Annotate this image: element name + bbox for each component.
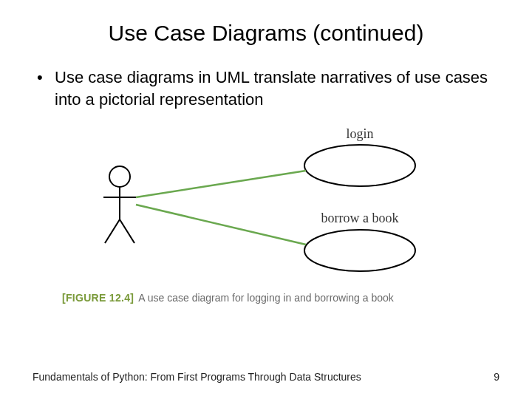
svg-line-3 bbox=[105, 219, 120, 243]
figure-caption: [FIGURE 12.4] A use case diagram for log… bbox=[62, 292, 474, 304]
figure-caption-text: A use case diagram for logging in and bo… bbox=[138, 292, 394, 304]
bullet-item: • Use case diagrams in UML translate nar… bbox=[37, 66, 499, 110]
usecase-ellipse-login bbox=[304, 145, 415, 186]
svg-point-0 bbox=[109, 166, 130, 187]
association-line-borrow bbox=[136, 205, 306, 245]
usecase-ellipse-borrow bbox=[304, 230, 415, 271]
actor-icon bbox=[103, 166, 136, 243]
figure-tag: [FIGURE 12.4] bbox=[62, 292, 134, 304]
slide: Use Case Diagrams (continued) • Use case… bbox=[0, 0, 532, 399]
footer: Fundamentals of Python: From First Progr… bbox=[33, 371, 499, 383]
page-title: Use Case Diagrams (continued) bbox=[33, 21, 499, 46]
association-line-login bbox=[136, 171, 306, 197]
footer-source: Fundamentals of Python: From First Progr… bbox=[33, 371, 361, 383]
bullet-text: Use case diagrams in UML translate narra… bbox=[55, 66, 499, 110]
bullet-dot-icon: • bbox=[37, 66, 55, 89]
usecase-label-borrow: borrow a book bbox=[321, 211, 399, 225]
footer-page-number: 9 bbox=[494, 371, 499, 383]
use-case-diagram: login borrow a book [FIGURE 12.4] A use … bbox=[61, 125, 474, 304]
svg-line-4 bbox=[120, 219, 134, 243]
diagram-svg: login borrow a book bbox=[61, 125, 474, 287]
usecase-label-login: login bbox=[346, 126, 373, 141]
